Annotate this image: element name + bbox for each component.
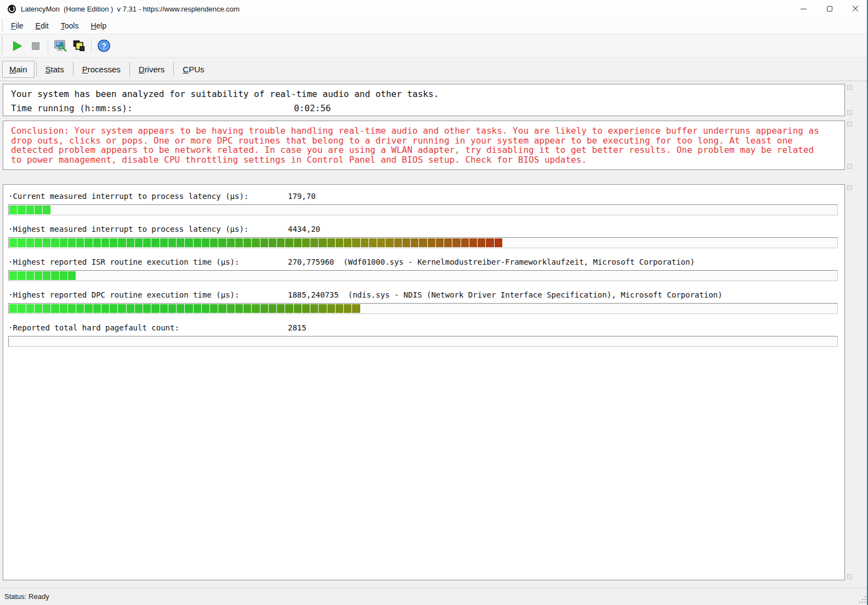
latency-bar-segment [84, 238, 92, 247]
latency-bar-segment [327, 238, 335, 247]
latency-bar-segment [118, 304, 126, 313]
resize-grip-icon[interactable] [859, 596, 866, 603]
latency-bar-segment [68, 238, 76, 247]
latency-bar-segment [461, 238, 469, 247]
mini-scrollbar[interactable] [847, 85, 852, 115]
latency-bar-segment [344, 238, 351, 247]
menu-edit[interactable]: Edit [31, 20, 53, 32]
toolbar: ? [0, 34, 868, 58]
tab-stats[interactable]: Stats [37, 60, 72, 79]
latency-bar-segment [185, 238, 192, 247]
measurement-value: 179,70 [288, 190, 316, 203]
latency-bar-segment [35, 206, 42, 214]
latency-bar-segment [43, 304, 50, 313]
title-bar: LatencyMon (Home Edition ) v 7.31 - http… [0, 0, 868, 18]
menu-tools[interactable]: Tools [56, 20, 83, 32]
tab-separator [73, 62, 73, 76]
latency-bar [8, 204, 838, 215]
copy-report-button[interactable] [70, 37, 88, 55]
latency-bar-segment [352, 304, 360, 313]
latency-bar-segment [168, 304, 176, 313]
latency-bar-segment [35, 304, 42, 313]
latency-bar-segment [60, 304, 67, 313]
latency-bar-segment [26, 206, 34, 214]
latency-bar-segment [35, 238, 42, 247]
latency-bar-segment [9, 238, 17, 247]
latency-bar-segment [127, 304, 134, 313]
latency-bar [8, 237, 838, 248]
latency-bar-segment [68, 271, 76, 280]
latency-bar-segment [194, 304, 201, 313]
status-text: Status: Ready [4, 592, 49, 601]
latency-bar-segment [218, 304, 226, 313]
latency-bar-segment [319, 304, 326, 313]
latency-bar-segment [68, 304, 76, 313]
latency-bar-segment [336, 238, 343, 247]
measurement-row: ·Highest measured interrupt to process l… [8, 222, 838, 248]
latency-bar-segment [185, 304, 192, 313]
measurement-detail: (ndis.sys - NDIS (Network Driver Interfa… [348, 288, 723, 302]
system-report-button[interactable] [51, 37, 70, 55]
latency-bar-segment [394, 238, 402, 247]
measurement-row: ·Reported total hard pagefault count: 28… [8, 321, 838, 347]
maximize-button[interactable] [816, 0, 842, 18]
latency-bar-segment [43, 206, 50, 214]
tab-cpus[interactable]: CPUs [174, 60, 212, 79]
tab-processes[interactable]: Processes [74, 60, 129, 79]
latency-bar-segment [51, 304, 59, 313]
latency-bar-segment [101, 304, 109, 313]
latency-bar-segment [260, 238, 268, 247]
mini-scrollbar[interactable] [847, 122, 852, 169]
window-title: LatencyMon (Home Edition ) v 7.31 - http… [21, 5, 240, 13]
window-controls [791, 0, 868, 18]
latency-bar-segment [285, 238, 293, 247]
system-report-icon [53, 39, 67, 53]
latency-bar-segment [302, 304, 310, 313]
measurement-value: 2815 [288, 321, 307, 335]
help-icon: ? [97, 39, 111, 53]
minimize-button[interactable] [791, 0, 816, 18]
latency-bar-segment [210, 238, 218, 247]
start-monitor-button[interactable] [8, 37, 26, 55]
latency-bar-segment [310, 238, 318, 247]
latency-bar-segment [243, 238, 251, 247]
latency-bar-segment [369, 238, 377, 247]
stop-monitor-button[interactable] [26, 37, 45, 55]
latency-bar-segment [135, 304, 143, 313]
latency-bar-segment [143, 304, 151, 313]
measurement-value: 4434,20 [288, 222, 320, 236]
latency-bar-segment [235, 304, 243, 313]
help-button[interactable]: ? [94, 37, 113, 55]
play-icon [11, 40, 23, 52]
latency-bar-segment [452, 238, 460, 247]
latency-bar-segment [243, 304, 251, 313]
latency-bar-segment [469, 238, 477, 247]
latency-bar-segment [269, 304, 276, 313]
tab-drivers[interactable]: Drivers [131, 60, 173, 79]
latency-bar-segment [160, 238, 168, 247]
tab-main[interactable]: Main [1, 60, 36, 79]
tab-separator [36, 62, 37, 76]
latency-bar-segment [319, 238, 326, 247]
latency-bar-segment [177, 238, 184, 247]
close-button[interactable] [842, 0, 868, 18]
latency-bar-segment [486, 238, 493, 247]
latency-bar-segment [76, 304, 84, 313]
mini-scrollbar[interactable] [847, 185, 852, 579]
latency-bar-segment [51, 238, 59, 247]
latency-bar-segment [110, 238, 117, 247]
menu-help[interactable]: Help [86, 20, 111, 32]
menu-file[interactable]: File [7, 20, 28, 32]
latency-bar-segment [76, 238, 84, 247]
latency-bar-segment [60, 238, 67, 247]
toolbar-separator [48, 39, 48, 53]
latency-bar-segment [436, 238, 444, 247]
latency-bar-segment [385, 238, 393, 247]
conclusion-box: Conclusion: Your system appears to be ha… [3, 121, 845, 170]
latency-bar [8, 336, 838, 347]
latency-bar-segment [35, 271, 42, 280]
latency-bar-segment [302, 238, 310, 247]
latency-bar-segment [43, 238, 50, 247]
latency-bar-segment [227, 238, 235, 247]
measurement-row: ·Current measured interrupt to process l… [8, 190, 838, 215]
